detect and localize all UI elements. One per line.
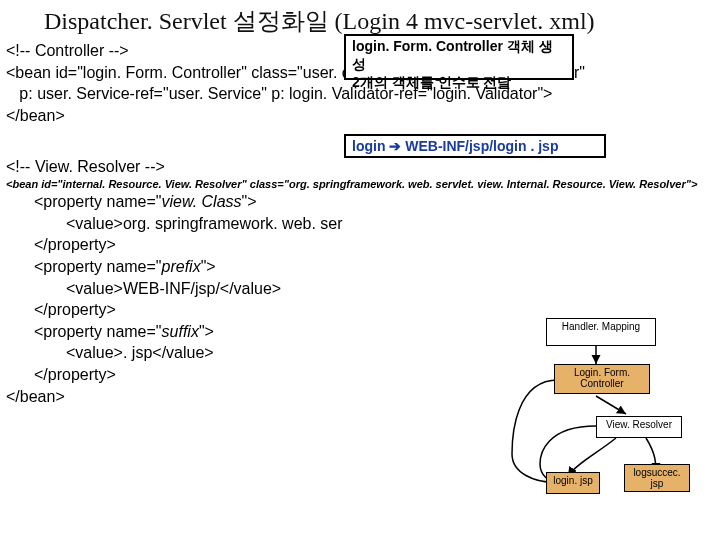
box-handler-mapping: Handler. Mapping bbox=[546, 318, 656, 346]
box-login-form-controller: Login. Form. Controller bbox=[554, 364, 650, 394]
view-resolver-comment: <!-- View. Resolver --> bbox=[0, 156, 720, 178]
box-login-jsp: login. jsp bbox=[546, 472, 600, 494]
code-line: <property name="view. Class"> bbox=[6, 191, 714, 213]
code-line: <value>org. springframework. web. ser bbox=[6, 213, 714, 235]
callout-line: 성 bbox=[352, 56, 566, 74]
box-view-resolver: View. Resolver bbox=[596, 416, 682, 438]
svg-line-1 bbox=[596, 396, 626, 414]
flow-diagram: Handler. Mapping Login. Form. Controller… bbox=[506, 304, 716, 534]
box-logsuccess-jsp: logsuccec. jsp bbox=[624, 464, 690, 492]
callout-controller-object: login. Form. Controller 객체 생 성 2개의 객체를 인… bbox=[344, 34, 574, 80]
callout-line: 2개의 객체를 인수로 전달 bbox=[352, 74, 566, 92]
code-line: <value>WEB-INF/jsp/</value> bbox=[6, 278, 714, 300]
callout-login-path: login ➔ WEB-INF/jsp/login . jsp bbox=[344, 134, 606, 158]
callout-line: login. Form. Controller 객체 생 bbox=[352, 38, 566, 56]
code-line: </property> bbox=[6, 234, 714, 256]
code-line: </bean> bbox=[6, 107, 65, 124]
code-line: <!-- Controller --> bbox=[6, 42, 129, 59]
code-line: <property name="prefix"> bbox=[6, 256, 714, 278]
bean-definition: <bean id="internal. Resource. View. Reso… bbox=[0, 178, 720, 191]
